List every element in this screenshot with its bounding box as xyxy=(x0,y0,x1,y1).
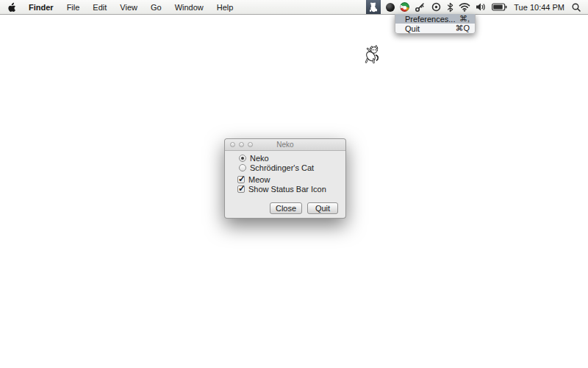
radio-option-schrodingers-cat[interactable]: Schrödinger's Cat xyxy=(239,163,314,172)
window-title-bar[interactable]: Neko xyxy=(225,139,345,151)
bluetooth-icon[interactable] xyxy=(447,0,453,14)
menu-go[interactable]: Go xyxy=(144,0,168,14)
menu-bar-left: Finder File Edit View Go Window Help xyxy=(0,0,240,14)
color-wheel-status-icon[interactable] xyxy=(400,0,409,14)
traffic-lights xyxy=(230,142,253,147)
menu-bar: Finder File Edit View Go Window Help xyxy=(0,0,588,15)
battery-icon[interactable] xyxy=(492,0,507,14)
menu-item-shortcut: ⌘Q xyxy=(455,24,470,33)
quit-app-button[interactable]: Quit xyxy=(307,202,338,214)
apple-menu[interactable] xyxy=(0,0,22,14)
radio-icon[interactable] xyxy=(239,155,246,162)
wifi-icon[interactable] xyxy=(459,0,470,14)
key-status-icon[interactable] xyxy=(415,0,426,14)
menu-bar-clock[interactable]: Tue 10:44 PM xyxy=(512,3,566,12)
menu-item-preferences[interactable]: Preferences... ⌘, xyxy=(395,14,475,24)
minimize-button[interactable] xyxy=(239,142,244,147)
apple-icon xyxy=(7,1,15,13)
neko-status-icon[interactable] xyxy=(366,0,381,14)
checkbox-icon[interactable] xyxy=(237,176,245,183)
checkbox-label: Meow xyxy=(248,175,270,184)
menu-bar-status-area: Tue 10:44 PM xyxy=(366,0,588,14)
black-ball-status-icon[interactable] xyxy=(386,0,395,14)
menu-item-label: Quit xyxy=(405,24,420,33)
radio-label: Schrödinger's Cat xyxy=(250,163,314,172)
desktop: Finder File Edit View Go Window Help xyxy=(0,0,588,368)
menu-item-quit[interactable]: Quit ⌘Q xyxy=(395,24,475,33)
menu-window[interactable]: Window xyxy=(168,0,210,14)
checkbox-show-status-bar-icon[interactable]: Show Status Bar Icon xyxy=(237,185,326,194)
checkbox-icon[interactable] xyxy=(237,185,245,193)
volume-icon[interactable] xyxy=(476,0,487,14)
menu-view[interactable]: View xyxy=(113,0,144,14)
checkbox-label: Show Status Bar Icon xyxy=(248,185,326,194)
neko-cat-sprite xyxy=(364,45,381,68)
zoom-button[interactable] xyxy=(248,142,253,147)
menu-item-label: Preferences... xyxy=(405,15,455,24)
radio-label: Neko xyxy=(250,154,269,163)
menu-item-shortcut: ⌘, xyxy=(459,14,470,24)
spotlight-icon[interactable] xyxy=(571,0,581,14)
close-button[interactable] xyxy=(230,142,235,147)
target-dot-status-icon[interactable] xyxy=(431,0,442,14)
window-title: Neko xyxy=(276,141,293,149)
neko-window: Neko Neko Schrödinger's Cat Meow Show St… xyxy=(224,138,346,219)
menu-finder[interactable]: Finder xyxy=(22,0,60,14)
neko-status-menu: Preferences... ⌘, Quit ⌘Q xyxy=(395,14,476,34)
menu-edit[interactable]: Edit xyxy=(86,0,113,14)
menu-help[interactable]: Help xyxy=(210,0,240,14)
menu-file[interactable]: File xyxy=(60,0,87,14)
close-window-button[interactable]: Close xyxy=(270,202,302,214)
radio-icon[interactable] xyxy=(239,164,246,171)
radio-option-neko[interactable]: Neko xyxy=(239,154,269,163)
